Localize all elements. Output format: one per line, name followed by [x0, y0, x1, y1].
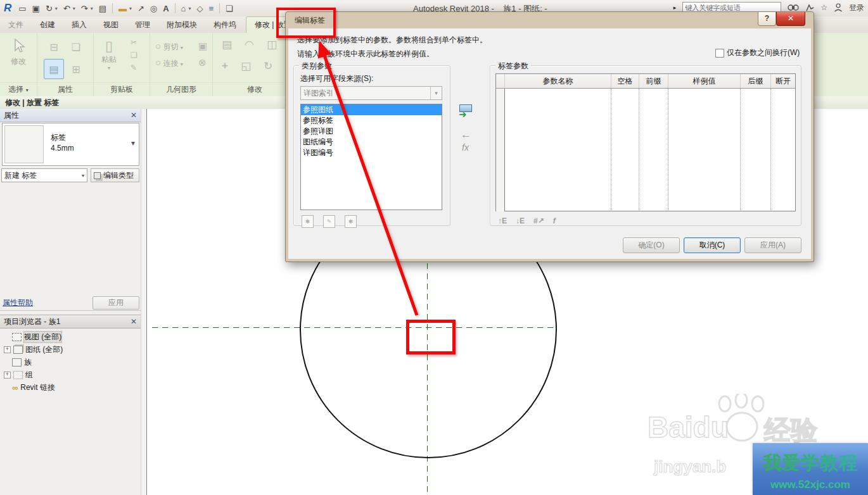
view-dropdown-icon[interactable]: ▾ — [188, 6, 191, 11]
list-item[interactable]: 参照详图 — [301, 126, 442, 137]
tab-addins[interactable]: 附加模块 — [158, 17, 205, 33]
list-item[interactable]: 图纸编号 — [301, 137, 442, 147]
text-icon[interactable]: A — [163, 4, 169, 13]
paste-dropdown-icon[interactable]: ▾ — [101, 65, 117, 71]
switch-windows-icon[interactable]: ❏ — [226, 4, 233, 13]
project-browser-close-icon[interactable]: ✕ — [131, 315, 137, 328]
properties-help-link[interactable]: 属性帮助 — [3, 298, 33, 308]
field-source-combo[interactable]: 详图索引 ▾ — [300, 86, 442, 100]
cope-icon[interactable]: ◠ — [245, 38, 254, 51]
open-icon[interactable]: ▭ — [18, 4, 26, 13]
category-fields-list[interactable]: 参照图纸 参照标签 参照详图 图纸编号 详图编号 — [300, 104, 442, 210]
properties-close-icon[interactable]: ✕ — [131, 109, 137, 122]
label-parameters-table[interactable]: 参数名称 空格 前缀 样例值 后缀 断开 — [495, 73, 796, 211]
cut-dropdown-icon[interactable]: ▾ — [181, 45, 183, 51]
dialog-close-button[interactable]: ✕ — [776, 12, 805, 26]
fx-button[interactable]: fx — [462, 142, 469, 153]
tab-manage[interactable]: 管理 — [127, 17, 158, 33]
signin-person-icon[interactable] — [834, 3, 843, 12]
tab-view[interactable]: 视图 — [95, 17, 127, 33]
redo-dropdown-icon[interactable]: ▾ — [91, 6, 93, 11]
expander-icon[interactable]: + — [4, 372, 11, 379]
list-item[interactable]: 参照标签 — [301, 115, 442, 126]
print-icon[interactable]: ▤ — [99, 4, 106, 13]
properties-apply-button[interactable]: 应用 — [93, 296, 139, 310]
new-label-combo[interactable]: 新建 标签 ▾ — [1, 168, 87, 182]
checkbox-icon[interactable] — [715, 49, 724, 58]
section-icon[interactable]: ◇ — [196, 4, 203, 13]
offset-icon[interactable]: ◱ — [241, 60, 251, 73]
tag-icon[interactable]: ◎ — [150, 4, 157, 13]
delete-parameter-icon[interactable]: ✱ — [345, 215, 357, 228]
dialog-help-button[interactable]: ? — [758, 12, 776, 26]
join-geometry-label[interactable]: 连接 — [163, 59, 178, 68]
split-icon[interactable]: ◫ — [267, 38, 277, 51]
binoculars-icon[interactable] — [788, 4, 799, 11]
move-parameter-up-icon[interactable]: ↑E — [498, 216, 507, 225]
aligned-dimension-icon[interactable]: ↗ — [137, 4, 144, 13]
type-selector[interactable]: 标签 4.5mm ▾ — [2, 123, 139, 166]
family-types-icon[interactable]: ⊟ — [44, 37, 64, 57]
communication-center-icon[interactable] — [805, 4, 814, 12]
cut-icon[interactable]: ✂ — [131, 38, 137, 47]
move-parameter-down-icon[interactable]: ↓E — [516, 216, 525, 225]
select-panel-label[interactable]: 选择 ▾ — [0, 82, 37, 96]
remove-parameter-button[interactable]: ← — [461, 128, 471, 141]
renumber-icon[interactable]: #↗ — [533, 216, 544, 225]
family-category-icon[interactable]: ❏ — [66, 37, 86, 57]
thin-lines-icon[interactable]: ≡ — [208, 4, 214, 13]
ok-button[interactable]: 确定(O) — [623, 237, 680, 253]
sync-dropdown-icon[interactable]: ▾ — [55, 6, 58, 11]
combo-dropdown-icon[interactable]: ▾ — [82, 173, 84, 179]
signin-label[interactable]: 登录 — [849, 3, 864, 13]
infocenter-caret-icon[interactable]: ▸ — [673, 4, 677, 11]
undo-dropdown-icon[interactable]: ▾ — [73, 6, 75, 11]
save-icon[interactable]: ▣ — [32, 4, 40, 13]
default-3d-view-icon[interactable]: ⌂ — [181, 4, 186, 13]
move-icon[interactable]: + — [222, 60, 228, 73]
apply-button[interactable]: 应用(A) — [744, 237, 801, 253]
measure-icon[interactable]: ▬ — [118, 4, 127, 13]
tree-item-groups[interactable]: + 组 — [0, 368, 141, 381]
list-item[interactable]: 参照图纸 — [301, 104, 442, 115]
edit-parameter-icon[interactable]: ✎ — [323, 215, 335, 228]
copy-icon[interactable]: ❏ — [131, 51, 137, 60]
join-dropdown-icon[interactable]: ▾ — [181, 61, 183, 67]
list-item[interactable]: 详图编号 — [301, 147, 442, 158]
wall-opening-icon[interactable]: ▣ — [198, 41, 207, 52]
modify-cursor-icon[interactable] — [11, 38, 25, 54]
match-type-icon[interactable]: ✎ — [131, 63, 137, 72]
type-properties-icon[interactable]: ⊞ — [66, 59, 86, 79]
modify-button-label[interactable]: 修改 — [0, 56, 37, 67]
expander-icon[interactable]: + — [4, 346, 11, 353]
tree-item-sheets[interactable]: + 图纸 (全部) — [0, 343, 141, 356]
new-parameter-icon[interactable]: ✱ — [302, 215, 314, 228]
align-icon[interactable]: ▤ — [222, 38, 232, 51]
revit-logo[interactable]: R — [4, 2, 11, 15]
tree-item-views[interactable]: 视图 (全部) — [0, 330, 141, 343]
redo-icon[interactable]: ↷ — [81, 4, 88, 13]
join-geometry-icon[interactable]: ○ — [155, 57, 161, 68]
edit-type-button[interactable]: 编辑类型 — [91, 168, 139, 182]
favorites-star-icon[interactable]: ☆ — [820, 3, 827, 12]
undo-icon[interactable]: ↶ — [63, 4, 70, 13]
wrap-between-parameters-checkbox[interactable]: 仅在参数之间换行(W) — [715, 47, 800, 58]
tab-create[interactable]: 创建 — [32, 17, 63, 33]
combo-dropdown-icon[interactable]: ▾ — [430, 87, 442, 99]
paste-button-label[interactable]: 粘贴 — [101, 54, 117, 65]
paste-icon[interactable]: ▯ — [105, 38, 113, 54]
measure-dropdown-icon[interactable]: ▾ — [129, 6, 132, 11]
rotate-icon[interactable]: ↻ — [264, 60, 272, 73]
cancel-button[interactable]: 取消(C) — [684, 237, 741, 253]
unjoin-geometry-icon[interactable]: ⊗ — [198, 57, 207, 68]
cut-geometry-label[interactable]: 剪切 — [163, 42, 178, 51]
type-selector-dropdown-icon[interactable]: ▾ — [131, 139, 135, 147]
properties-palette-icon[interactable]: ▤ — [44, 59, 64, 79]
edit-formula-icon[interactable]: f — [553, 216, 556, 225]
cut-geometry-icon[interactable]: ○ — [155, 41, 161, 51]
sync-icon[interactable]: ↻ — [46, 4, 53, 13]
add-parameter-to-label-button[interactable]: ➜ — [458, 102, 477, 121]
tab-dock[interactable]: 构件坞 — [205, 17, 245, 33]
tree-item-families[interactable]: 族 — [0, 356, 141, 368]
tree-item-revit-links[interactable]: ∞ Revit 链接 — [0, 381, 141, 394]
